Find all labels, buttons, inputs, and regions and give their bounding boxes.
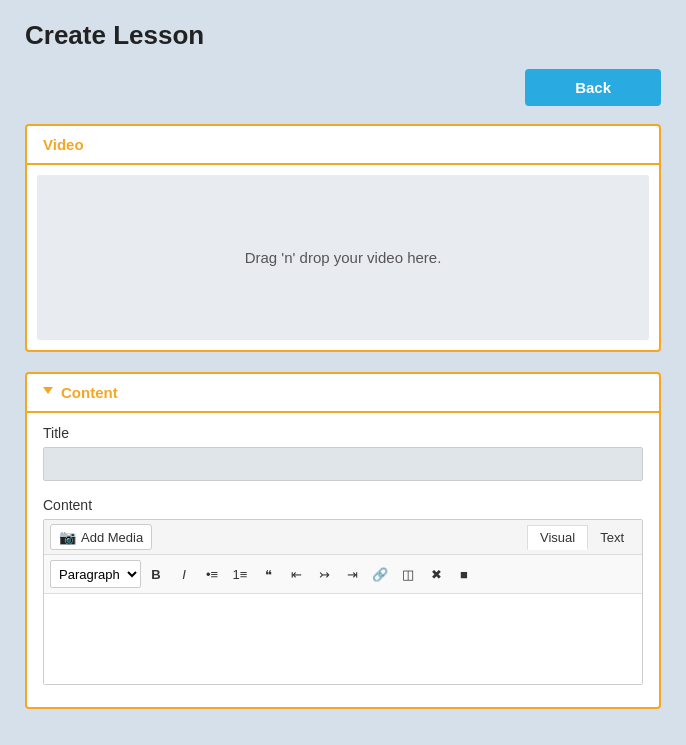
add-media-label: Add Media: [81, 530, 143, 545]
media-icon: 📷: [59, 529, 76, 545]
grid-button[interactable]: ■: [451, 561, 477, 587]
title-input[interactable]: [43, 447, 643, 481]
editor-tabs: Visual Text: [527, 525, 636, 550]
content-card-label: Content: [61, 384, 118, 401]
video-drop-text: Drag 'n' drop your video here.: [245, 249, 442, 266]
content-card-header: Content: [27, 374, 659, 413]
video-card-label: Video: [43, 136, 84, 153]
italic-button[interactable]: I: [171, 561, 197, 587]
collapse-icon[interactable]: [43, 387, 53, 399]
content-body: Title Content 📷 Add Media Visual Text Pa…: [27, 413, 659, 697]
video-card-header: Video: [27, 126, 659, 165]
editor-content-area[interactable]: [44, 594, 642, 684]
content-card: Content Title Content 📷 Add Media Visual…: [25, 372, 661, 709]
unordered-list-button[interactable]: •≡: [199, 561, 225, 587]
editor-toolbar: Paragraph B I •≡ 1≡ ❝ ⇤ ↣ ⇥ 🔗 ◫ ✖ ■: [44, 555, 642, 594]
bold-button[interactable]: B: [143, 561, 169, 587]
link-button[interactable]: 🔗: [367, 561, 393, 587]
editor-container: 📷 Add Media Visual Text Paragraph B I •≡…: [43, 519, 643, 685]
blockquote-button[interactable]: ❝: [255, 561, 281, 587]
tab-text[interactable]: Text: [588, 525, 636, 550]
content-label: Content: [43, 497, 643, 513]
align-center-button[interactable]: ↣: [311, 561, 337, 587]
back-button[interactable]: Back: [525, 69, 661, 106]
video-drop-area[interactable]: Drag 'n' drop your video here.: [37, 175, 649, 340]
title-label: Title: [43, 425, 643, 441]
editor-top-bar: 📷 Add Media Visual Text: [44, 520, 642, 555]
paragraph-select[interactable]: Paragraph: [50, 560, 141, 588]
add-media-button[interactable]: 📷 Add Media: [50, 524, 152, 550]
fullscreen-button[interactable]: ✖: [423, 561, 449, 587]
tab-visual[interactable]: Visual: [527, 525, 588, 550]
video-card: Video Drag 'n' drop your video here.: [25, 124, 661, 352]
table-button[interactable]: ◫: [395, 561, 421, 587]
page-title: Create Lesson: [25, 20, 661, 51]
align-right-button[interactable]: ⇥: [339, 561, 365, 587]
ordered-list-button[interactable]: 1≡: [227, 561, 253, 587]
align-left-button[interactable]: ⇤: [283, 561, 309, 587]
